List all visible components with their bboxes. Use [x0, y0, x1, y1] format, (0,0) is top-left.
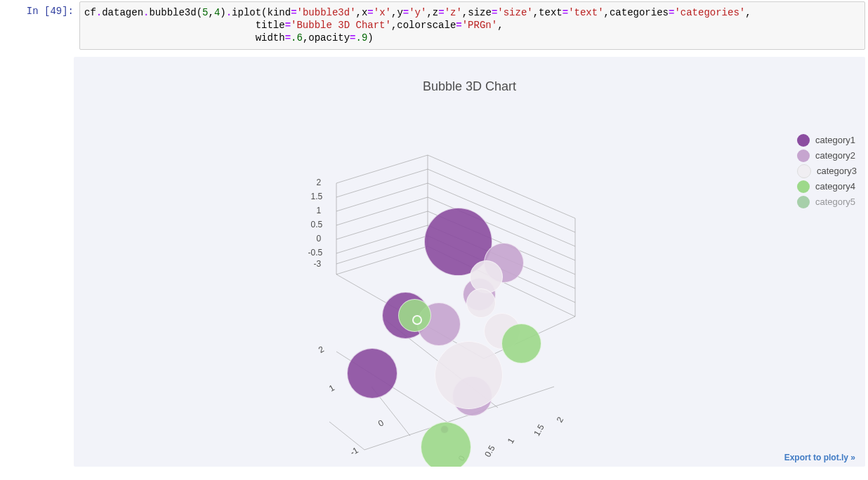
svg-line-7 [336, 225, 428, 253]
svg-line-6 [336, 211, 428, 239]
axis-tick-z: 2 [317, 178, 322, 187]
legend-label: category3 [817, 166, 857, 176]
bubble-category3[interactable] [466, 288, 496, 318]
legend-label: category2 [815, 150, 855, 161]
svg-line-8 [336, 236, 428, 264]
svg-line-4 [336, 183, 428, 211]
axis-tick-z: -3 [314, 259, 322, 269]
legend-label: category5 [815, 196, 855, 207]
legend-label: category1 [815, 135, 855, 145]
bubble-category4[interactable] [501, 324, 541, 364]
output-prompt-spacer [0, 57, 74, 467]
axis-tick-z: -0.5 [308, 248, 323, 258]
bubble-category3[interactable] [435, 341, 503, 409]
svg-line-17 [336, 246, 428, 274]
plot-canvas[interactable]: Bubble 3D Chart category1 category2 cate… [74, 57, 865, 467]
svg-line-5 [336, 197, 428, 225]
axis-tick-z: 1.5 [311, 192, 323, 201]
legend: category1 category2 category3 category4 … [797, 133, 857, 210]
legend-item-category1[interactable]: category1 [797, 133, 857, 148]
bubble-category4[interactable] [421, 422, 471, 467]
legend-item-category4[interactable]: category4 [797, 179, 857, 194]
input-prompt: In [49]: [0, 1, 79, 50]
bubble-category3[interactable] [470, 260, 503, 293]
legend-item-category5[interactable]: category5 [797, 194, 857, 210]
export-link[interactable]: Export to plot.ly » [784, 453, 855, 462]
svg-line-2 [336, 155, 428, 183]
bubble-category4[interactable] [412, 315, 422, 325]
legend-label: category4 [815, 181, 855, 192]
code-content: cf.datagen.bubble3d(5,4).iplot(kind='bub… [84, 6, 860, 45]
notebook-cell: In [49]: cf.datagen.bubble3d(5,4).iplot(… [0, 0, 868, 50]
axis-tick-z: 1 [317, 206, 322, 215]
legend-item-category3[interactable]: category3 [797, 164, 857, 179]
legend-swatch-icon [797, 196, 810, 208]
legend-swatch-icon [797, 180, 810, 193]
legend-item-category2[interactable]: category2 [797, 148, 857, 164]
legend-swatch-icon [797, 164, 811, 178]
plot-title: Bubble 3D Chart [74, 79, 865, 94]
chart-3d-scene[interactable]: 2 1.5 1 0.5 0 -0.5 -3 -1 0 1 2 0 0.5 1 1… [287, 141, 652, 457]
axis-tick-z: 0 [317, 234, 322, 244]
svg-line-3 [336, 169, 428, 197]
legend-swatch-icon [797, 134, 810, 147]
code-input-area[interactable]: cf.datagen.bubble3d(5,4).iplot(kind='bub… [79, 1, 865, 50]
output-cell: Bubble 3D Chart category1 category2 cate… [0, 57, 868, 467]
legend-swatch-icon [797, 149, 810, 162]
svg-line-21 [329, 422, 364, 450]
axis-tick-z: 0.5 [311, 220, 323, 229]
bubble-category1[interactable] [347, 348, 397, 399]
